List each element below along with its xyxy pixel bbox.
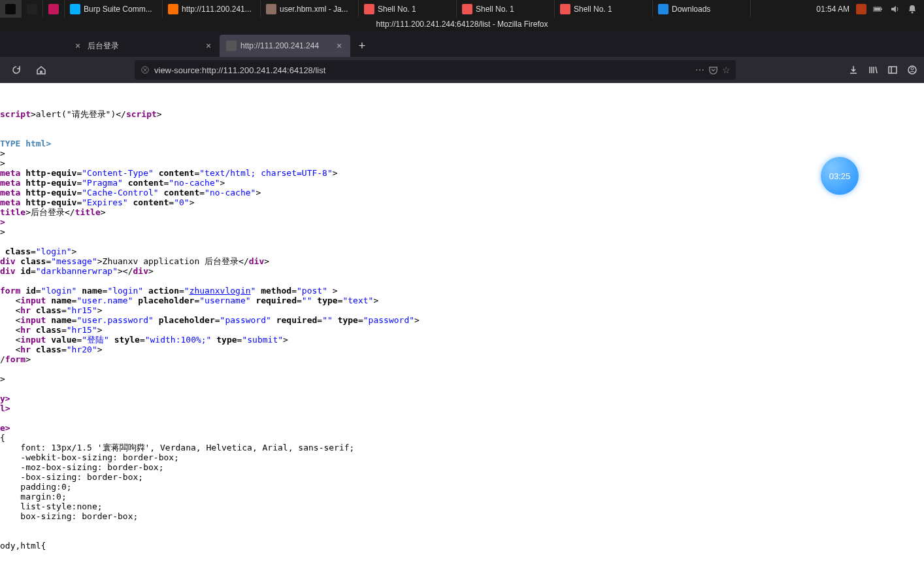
svg-rect-2	[874, 8, 880, 10]
browser-tabstrip: × 后台登录 × http://111.200.241.244 × +	[0, 31, 924, 57]
taskbar-item-shell[interactable]: Shell No. 1	[457, 0, 555, 18]
taskbar-right: 01:54 AM	[816, 4, 924, 14]
tab-close-icon[interactable]: ×	[203, 40, 214, 52]
taskbar-item-shell[interactable]: Shell No. 1	[555, 0, 653, 18]
account-icon[interactable]	[907, 65, 917, 75]
page-content: script>alert("请先登录")</script> TYPE html>…	[0, 83, 924, 578]
taskbar-item-firefox[interactable]: http://111.200.241...	[163, 0, 261, 18]
browser-tab[interactable]: × 后台登录	[65, 35, 196, 57]
timer-badge[interactable]: 03:25	[821, 157, 859, 195]
firefox-icon	[168, 4, 178, 14]
reload-button[interactable]	[7, 60, 26, 80]
urlbar-actions: ⋯ ☆	[695, 65, 731, 75]
toolbar-right	[848, 65, 917, 75]
library-icon[interactable]	[868, 65, 878, 75]
source-code: script>alert("请先登录")</script> TYPE html>…	[0, 90, 924, 551]
svg-point-8	[911, 67, 914, 70]
taskbar-label: http://111.200.241...	[182, 5, 252, 14]
taskbar-label: user.hbm.xml - Ja...	[280, 5, 348, 14]
os-taskbar: Burp Suite Comm... http://111.200.241...…	[0, 0, 924, 18]
app-icon	[48, 4, 59, 14]
svg-rect-5	[889, 67, 897, 73]
tab-close-icon[interactable]: ×	[72, 40, 84, 52]
new-tab-button[interactable]: +	[353, 37, 371, 55]
shell-icon	[462, 4, 472, 14]
taskbar-label: Shell No. 1	[574, 5, 612, 14]
files-icon	[658, 4, 668, 14]
taskbar-label: Burp Suite Comm...	[84, 5, 152, 14]
globe-icon	[226, 41, 237, 51]
url-bar[interactable]: ⋯ ☆	[135, 60, 736, 80]
terminal-icon	[5, 4, 16, 14]
url-input[interactable]	[154, 65, 691, 75]
tab-label: 后台登录	[88, 41, 191, 52]
timer-value: 03:25	[829, 171, 851, 181]
browser-toolbar: ⋯ ☆	[0, 57, 924, 83]
svg-point-3	[912, 11, 914, 13]
taskbar-item-shell[interactable]: Shell No. 1	[359, 0, 457, 18]
tab-close-icon[interactable]: ×	[333, 40, 345, 52]
volume-icon[interactable]	[890, 4, 900, 14]
taskbar-item-file[interactable]: user.hbm.xml - Ja...	[261, 0, 359, 18]
sidebar-icon[interactable]	[887, 65, 898, 75]
shell-icon	[364, 4, 374, 14]
terminal-icon	[27, 4, 37, 14]
bookmark-icon[interactable]: ☆	[722, 65, 731, 75]
taskbar-item[interactable]	[0, 0, 22, 18]
downloads-icon[interactable]	[848, 65, 859, 75]
taskbar-item-burp[interactable]: Burp Suite Comm...	[65, 0, 163, 18]
tab-close-area[interactable]: ×	[196, 35, 220, 57]
tab-label: http://111.200.241.244	[240, 41, 329, 50]
taskbar-item[interactable]	[22, 0, 43, 18]
taskbar-label: Downloads	[672, 5, 710, 14]
page-actions-icon[interactable]: ⋯	[695, 65, 704, 75]
svg-rect-1	[881, 8, 882, 10]
shell-icon	[560, 4, 570, 14]
security-icon[interactable]	[140, 65, 150, 75]
notification-icon[interactable]	[907, 4, 917, 14]
taskbar-label: Shell No. 1	[476, 5, 514, 14]
pocket-icon[interactable]	[708, 65, 718, 75]
taskbar-clock[interactable]: 01:54 AM	[816, 5, 850, 14]
burp-icon	[70, 4, 80, 14]
taskbar-label: Shell No. 1	[378, 5, 416, 14]
taskbar-item[interactable]	[43, 0, 65, 18]
home-button[interactable]	[31, 60, 51, 80]
battery-icon[interactable]	[873, 4, 883, 14]
taskbar-item-downloads[interactable]: Downloads	[653, 0, 751, 18]
window-title: http://111.200.241.244:64128/list - Mozi…	[0, 18, 924, 31]
file-icon	[266, 4, 276, 14]
browser-tab-active[interactable]: http://111.200.241.244 ×	[220, 35, 350, 57]
input-method-icon[interactable]	[856, 4, 866, 14]
